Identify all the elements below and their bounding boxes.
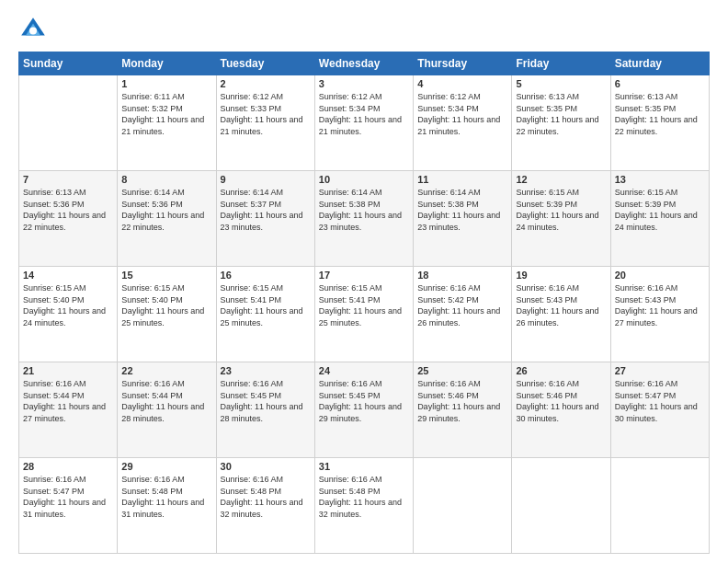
calendar-cell: 12Sunrise: 6:15 AMSunset: 5:39 PMDayligh… bbox=[512, 171, 610, 267]
day-number: 4 bbox=[417, 78, 507, 89]
calendar-cell: 20Sunrise: 6:16 AMSunset: 5:43 PMDayligh… bbox=[610, 267, 709, 362]
calendar-cell bbox=[414, 458, 512, 554]
calendar-cell bbox=[610, 458, 709, 554]
calendar-cell: 19Sunrise: 6:16 AMSunset: 5:43 PMDayligh… bbox=[512, 267, 610, 362]
day-number: 14 bbox=[23, 270, 113, 281]
calendar-cell bbox=[512, 458, 610, 554]
calendar-cell: 17Sunrise: 6:15 AMSunset: 5:41 PMDayligh… bbox=[314, 267, 413, 362]
day-info: Sunrise: 6:16 AMSunset: 5:47 PMDaylight:… bbox=[23, 474, 113, 520]
day-info: Sunrise: 6:15 AMSunset: 5:39 PMDaylight:… bbox=[615, 187, 705, 233]
calendar-cell: 23Sunrise: 6:16 AMSunset: 5:45 PMDayligh… bbox=[216, 362, 314, 458]
week-row-2: 7Sunrise: 6:13 AMSunset: 5:36 PMDaylight… bbox=[19, 171, 710, 267]
day-info: Sunrise: 6:16 AMSunset: 5:43 PMDaylight:… bbox=[516, 282, 606, 328]
day-info: Sunrise: 6:16 AMSunset: 5:44 PMDaylight:… bbox=[23, 378, 113, 424]
calendar-cell: 26Sunrise: 6:16 AMSunset: 5:46 PMDayligh… bbox=[512, 362, 610, 458]
day-number: 19 bbox=[516, 270, 606, 281]
svg-point-2 bbox=[29, 28, 37, 35]
day-info: Sunrise: 6:16 AMSunset: 5:46 PMDaylight:… bbox=[516, 378, 606, 424]
logo bbox=[18, 15, 51, 44]
day-number: 5 bbox=[516, 78, 606, 89]
day-info: Sunrise: 6:16 AMSunset: 5:42 PMDaylight:… bbox=[417, 282, 507, 328]
day-info: Sunrise: 6:15 AMSunset: 5:40 PMDaylight:… bbox=[23, 282, 113, 328]
calendar-cell: 3Sunrise: 6:12 AMSunset: 5:34 PMDaylight… bbox=[314, 75, 413, 171]
calendar-cell: 30Sunrise: 6:16 AMSunset: 5:48 PMDayligh… bbox=[216, 458, 314, 554]
weekday-header-friday: Friday bbox=[512, 52, 610, 75]
day-number: 29 bbox=[121, 461, 211, 472]
day-number: 18 bbox=[417, 270, 507, 281]
week-row-3: 14Sunrise: 6:15 AMSunset: 5:40 PMDayligh… bbox=[19, 267, 710, 362]
weekday-header-saturday: Saturday bbox=[610, 52, 709, 75]
day-number: 23 bbox=[221, 365, 311, 376]
header bbox=[18, 15, 710, 44]
day-info: Sunrise: 6:14 AMSunset: 5:36 PMDaylight:… bbox=[121, 187, 211, 233]
calendar-cell: 2Sunrise: 6:12 AMSunset: 5:33 PMDaylight… bbox=[216, 75, 314, 171]
day-info: Sunrise: 6:15 AMSunset: 5:40 PMDaylight:… bbox=[121, 282, 211, 328]
day-info: Sunrise: 6:16 AMSunset: 5:46 PMDaylight:… bbox=[417, 378, 507, 424]
calendar-cell: 29Sunrise: 6:16 AMSunset: 5:48 PMDayligh… bbox=[118, 458, 216, 554]
day-info: Sunrise: 6:15 AMSunset: 5:41 PMDaylight:… bbox=[221, 282, 311, 328]
calendar-cell: 7Sunrise: 6:13 AMSunset: 5:36 PMDaylight… bbox=[19, 171, 118, 267]
day-info: Sunrise: 6:13 AMSunset: 5:35 PMDaylight:… bbox=[516, 91, 606, 137]
day-info: Sunrise: 6:16 AMSunset: 5:45 PMDaylight:… bbox=[319, 378, 409, 424]
day-number: 24 bbox=[319, 365, 409, 376]
day-number: 27 bbox=[615, 365, 705, 376]
calendar-cell: 14Sunrise: 6:15 AMSunset: 5:40 PMDayligh… bbox=[19, 267, 118, 362]
day-info: Sunrise: 6:12 AMSunset: 5:34 PMDaylight:… bbox=[319, 91, 409, 137]
day-info: Sunrise: 6:16 AMSunset: 5:44 PMDaylight:… bbox=[121, 378, 211, 424]
week-row-1: 1Sunrise: 6:11 AMSunset: 5:32 PMDaylight… bbox=[19, 75, 710, 171]
day-info: Sunrise: 6:14 AMSunset: 5:37 PMDaylight:… bbox=[221, 187, 311, 233]
calendar-cell: 5Sunrise: 6:13 AMSunset: 5:35 PMDaylight… bbox=[512, 75, 610, 171]
week-row-5: 28Sunrise: 6:16 AMSunset: 5:47 PMDayligh… bbox=[19, 458, 710, 554]
day-info: Sunrise: 6:12 AMSunset: 5:33 PMDaylight:… bbox=[221, 91, 311, 137]
calendar-cell: 25Sunrise: 6:16 AMSunset: 5:46 PMDayligh… bbox=[414, 362, 512, 458]
day-number: 20 bbox=[615, 270, 705, 281]
day-info: Sunrise: 6:14 AMSunset: 5:38 PMDaylight:… bbox=[319, 187, 409, 233]
calendar-cell: 18Sunrise: 6:16 AMSunset: 5:42 PMDayligh… bbox=[414, 267, 512, 362]
day-info: Sunrise: 6:13 AMSunset: 5:36 PMDaylight:… bbox=[23, 187, 113, 233]
day-info: Sunrise: 6:15 AMSunset: 5:41 PMDaylight:… bbox=[319, 282, 409, 328]
day-number: 8 bbox=[121, 174, 211, 185]
day-info: Sunrise: 6:13 AMSunset: 5:35 PMDaylight:… bbox=[615, 91, 705, 137]
day-number: 22 bbox=[121, 365, 211, 376]
calendar-cell: 22Sunrise: 6:16 AMSunset: 5:44 PMDayligh… bbox=[118, 362, 216, 458]
calendar-cell bbox=[19, 75, 118, 171]
day-number: 25 bbox=[417, 365, 507, 376]
day-info: Sunrise: 6:11 AMSunset: 5:32 PMDaylight:… bbox=[121, 91, 211, 137]
day-number: 21 bbox=[23, 365, 113, 376]
logo-icon bbox=[18, 15, 48, 44]
day-number: 17 bbox=[319, 270, 409, 281]
page: SundayMondayTuesdayWednesdayThursdayFrid… bbox=[0, 0, 728, 563]
day-info: Sunrise: 6:15 AMSunset: 5:39 PMDaylight:… bbox=[516, 187, 606, 233]
weekday-header-wednesday: Wednesday bbox=[314, 52, 413, 75]
calendar-cell: 8Sunrise: 6:14 AMSunset: 5:36 PMDaylight… bbox=[118, 171, 216, 267]
day-info: Sunrise: 6:16 AMSunset: 5:43 PMDaylight:… bbox=[615, 282, 705, 328]
calendar-cell: 4Sunrise: 6:12 AMSunset: 5:34 PMDaylight… bbox=[414, 75, 512, 171]
weekday-header-sunday: Sunday bbox=[19, 52, 118, 75]
calendar-cell: 28Sunrise: 6:16 AMSunset: 5:47 PMDayligh… bbox=[19, 458, 118, 554]
day-number: 28 bbox=[23, 461, 113, 472]
day-info: Sunrise: 6:16 AMSunset: 5:45 PMDaylight:… bbox=[221, 378, 311, 424]
calendar-cell: 21Sunrise: 6:16 AMSunset: 5:44 PMDayligh… bbox=[19, 362, 118, 458]
day-number: 10 bbox=[319, 174, 409, 185]
weekday-header-tuesday: Tuesday bbox=[216, 52, 314, 75]
calendar-cell: 6Sunrise: 6:13 AMSunset: 5:35 PMDaylight… bbox=[610, 75, 709, 171]
day-number: 1 bbox=[121, 78, 211, 89]
day-info: Sunrise: 6:12 AMSunset: 5:34 PMDaylight:… bbox=[417, 91, 507, 137]
day-number: 7 bbox=[23, 174, 113, 185]
calendar-cell: 16Sunrise: 6:15 AMSunset: 5:41 PMDayligh… bbox=[216, 267, 314, 362]
calendar-cell: 15Sunrise: 6:15 AMSunset: 5:40 PMDayligh… bbox=[118, 267, 216, 362]
weekday-header-thursday: Thursday bbox=[414, 52, 512, 75]
week-row-4: 21Sunrise: 6:16 AMSunset: 5:44 PMDayligh… bbox=[19, 362, 710, 458]
day-number: 15 bbox=[121, 270, 211, 281]
calendar-cell: 13Sunrise: 6:15 AMSunset: 5:39 PMDayligh… bbox=[610, 171, 709, 267]
calendar-cell: 27Sunrise: 6:16 AMSunset: 5:47 PMDayligh… bbox=[610, 362, 709, 458]
day-info: Sunrise: 6:16 AMSunset: 5:48 PMDaylight:… bbox=[221, 474, 311, 520]
day-number: 11 bbox=[417, 174, 507, 185]
weekday-header-monday: Monday bbox=[118, 52, 216, 75]
day-info: Sunrise: 6:16 AMSunset: 5:48 PMDaylight:… bbox=[319, 474, 409, 520]
day-number: 31 bbox=[319, 461, 409, 472]
calendar-cell: 24Sunrise: 6:16 AMSunset: 5:45 PMDayligh… bbox=[314, 362, 413, 458]
weekday-header-row: SundayMondayTuesdayWednesdayThursdayFrid… bbox=[19, 52, 710, 75]
day-number: 16 bbox=[221, 270, 311, 281]
calendar-cell: 9Sunrise: 6:14 AMSunset: 5:37 PMDaylight… bbox=[216, 171, 314, 267]
